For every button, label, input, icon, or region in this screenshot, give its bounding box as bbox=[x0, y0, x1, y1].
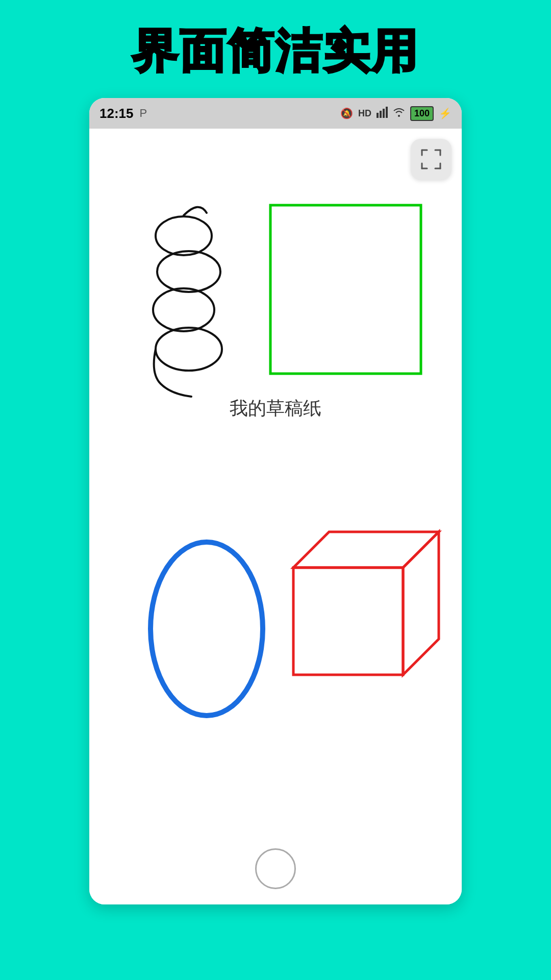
app-title: 界面简洁实用 bbox=[0, 0, 551, 98]
hd-icon: HD bbox=[358, 108, 371, 119]
svg-point-12 bbox=[156, 216, 212, 255]
svg-rect-3 bbox=[386, 107, 388, 118]
battery-indicator: 100 bbox=[410, 106, 434, 121]
status-bar-right: 🔕 HD 100 ⚡ bbox=[340, 106, 452, 121]
svg-point-14 bbox=[153, 288, 214, 331]
status-time: 12:15 bbox=[99, 106, 134, 121]
canvas-area[interactable]: 我的草稿纸 bbox=[89, 129, 462, 904]
home-indicator[interactable] bbox=[255, 848, 296, 889]
svg-rect-1 bbox=[380, 111, 382, 118]
phone-frame: 12:15 P 🔕 HD 100 ⚡ bbox=[89, 98, 462, 904]
status-bar: 12:15 P 🔕 HD 100 ⚡ bbox=[89, 98, 462, 129]
status-bar-left: 12:15 P bbox=[99, 106, 147, 121]
bell-icon: 🔕 bbox=[340, 107, 353, 119]
bolt-icon: ⚡ bbox=[439, 107, 452, 119]
status-p-icon: P bbox=[140, 107, 147, 120]
svg-marker-17 bbox=[293, 532, 439, 568]
svg-point-15 bbox=[156, 328, 222, 371]
svg-marker-18 bbox=[403, 532, 439, 675]
canvas-label: 我的草稿纸 bbox=[230, 398, 321, 419]
drawing-svg: 我的草稿纸 bbox=[89, 129, 462, 904]
svg-rect-2 bbox=[383, 109, 385, 118]
blue-oval-drawing bbox=[151, 542, 263, 716]
red-cube-drawing bbox=[293, 532, 439, 675]
signal-icon bbox=[377, 107, 388, 120]
wifi-icon bbox=[393, 108, 405, 119]
svg-point-13 bbox=[157, 251, 220, 292]
svg-rect-0 bbox=[377, 113, 379, 118]
svg-rect-16 bbox=[293, 568, 403, 675]
spiral-drawing bbox=[153, 207, 222, 397]
green-rect-drawing bbox=[270, 205, 421, 374]
